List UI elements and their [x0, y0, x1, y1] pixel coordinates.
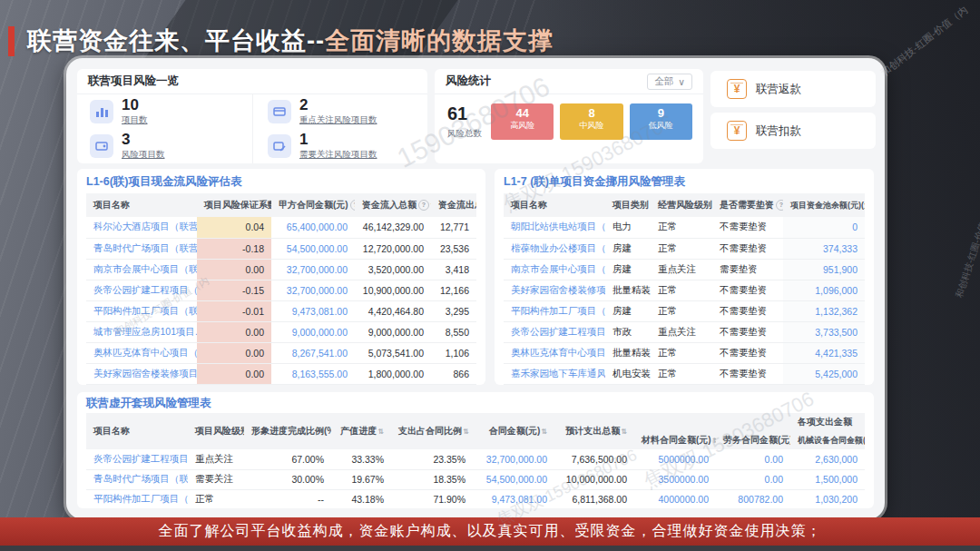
expected-expense-cell: 6,811,368.00 — [554, 489, 634, 508]
col-header-sortable[interactable]: 材料合同金额(元)⇅ — [634, 431, 716, 449]
contract-amount-link[interactable]: 9,000,000.00 — [271, 321, 355, 342]
joint-deduction-button[interactable]: ¥ 联营扣款 — [710, 113, 876, 149]
cash-flow-table-title: L1-6(联)项目现金流风险评估表 — [77, 169, 485, 193]
project-name-link[interactable]: 青岛时代广场项目（联营） — [86, 469, 188, 489]
material-contract-link[interactable]: 5000000.00 — [634, 449, 716, 469]
contract-amount-link[interactable]: 32,700,000.00 — [473, 449, 554, 469]
chevron-down-icon: ∨ — [678, 76, 685, 87]
col-header[interactable]: 是否需要垫资? — [712, 193, 783, 217]
col-header-sortable[interactable]: 支出占合同比例⇅ — [391, 413, 473, 449]
title-accent-bar — [8, 26, 15, 56]
stat-value: 3 — [122, 132, 165, 148]
risk-level-cell: 正常 — [651, 363, 712, 384]
col-header-clipped[interactable]: 资金流出总额 — [431, 193, 476, 217]
project-name-link[interactable]: 奥林匹克体育中心项目（... — [86, 342, 197, 363]
project-name-link[interactable]: 南京市会展中心项目（联... — [504, 259, 605, 280]
table-row: 科尔沁大酒店项目（联营）0.0465,400,000.0046,142,329.… — [86, 217, 476, 238]
risk-filter-select[interactable]: 全部 ∨ — [647, 74, 692, 90]
labor-contract-link[interactable]: 800782.00 — [716, 489, 790, 508]
project-name-link[interactable]: 南京市会展中心项目（联... — [86, 259, 197, 280]
table-row: 平阳构件加工厂项目（联营）正常--43.18%71.90%9,473,081.0… — [86, 489, 865, 508]
contract-amount-link[interactable]: 9,473,081.00 — [271, 300, 355, 321]
contract-amount-link[interactable]: 8,163,555.00 — [271, 363, 355, 384]
pool-balance-link[interactable]: 4,421,335 — [783, 342, 865, 363]
contract-amount-link[interactable]: 32,700,000.00 — [271, 259, 355, 280]
joint-refund-button[interactable]: ¥ 联营返款 — [710, 71, 876, 107]
contract-amount-link[interactable]: 32,700,000.00 — [271, 280, 355, 300]
contract-amount-link[interactable]: 8,267,541.00 — [271, 342, 355, 363]
project-name-link[interactable]: 朝阳北站供电站项目（联... — [504, 217, 605, 238]
col-header[interactable]: 经营风险级别? — [651, 193, 712, 217]
project-name-link[interactable]: 楷葆物业办公楼项目（联... — [504, 238, 605, 259]
material-contract-link[interactable]: 4000000.00 — [634, 489, 716, 508]
table-row: 炎帝公园扩建工程项目（...-0.1532,700,000.0010,900,0… — [86, 280, 476, 300]
mid-risk-box: 8中风险 — [560, 103, 622, 140]
material-contract-link[interactable]: 3500000.00 — [634, 469, 716, 489]
col-header-sortable[interactable]: 甲方合同金额(元)?⇅ — [271, 193, 355, 217]
labor-contract-link[interactable]: 0.00 — [716, 469, 790, 489]
project-name-link[interactable]: 炎帝公园扩建工程项目（联... — [86, 449, 188, 469]
project-name-link[interactable]: 平阳构件加工厂项目（联... — [504, 300, 605, 321]
machinery-contract-link[interactable]: 1,500,000 — [790, 469, 865, 489]
risk-coef-cell: -0.18 — [197, 238, 271, 259]
pool-balance-link[interactable]: 1,096,000 — [783, 280, 865, 300]
group-header: 各项支出金额 — [634, 413, 865, 431]
risk-level-cell: 重点关注 — [651, 321, 712, 342]
pool-balance-link[interactable]: 3,733,500 — [783, 321, 865, 342]
contract-amount-link[interactable]: 54,500,000.00 — [271, 238, 355, 259]
stat-value: 10 — [122, 97, 148, 113]
project-name-link[interactable]: 炎帝公园扩建工程项目（... — [504, 321, 605, 342]
project-name-link[interactable]: 城市管理应急房101项目... — [86, 321, 197, 342]
project-name-link[interactable]: 平阳构件加工厂项目（联... — [86, 300, 197, 321]
pool-balance-link[interactable]: 0 — [783, 217, 865, 238]
risk-total-value: 61 — [447, 103, 482, 124]
bar-chart-icon — [90, 100, 113, 123]
pool-balance-link[interactable]: 5,425,000 — [783, 363, 865, 384]
expense-ratio-cell: 23.35% — [391, 449, 473, 469]
project-name-link[interactable]: 美好家园宿舍楼装修项目... — [86, 363, 197, 384]
slide-title: 联营资金往来、平台收益--全面清晰的数据支撑 — [8, 25, 554, 57]
col-header[interactable]: 项目资金池余额(元)(元)? — [783, 193, 865, 217]
table-row: 朝阳北站供电站项目（联...电力正常不需要垫资0 — [504, 217, 865, 238]
machinery-contract-link[interactable]: 2,630,000 — [790, 449, 865, 469]
card-icon — [268, 100, 291, 123]
contract-amount-link[interactable]: 9,473,081.00 — [473, 489, 554, 508]
project-name-link[interactable]: 嘉禾家园地下车库通风项... — [504, 363, 605, 384]
col-header[interactable]: 项目类别? — [605, 193, 651, 217]
table-row: 嘉禾家园地下车库通风项...机电安装正常不需要垫资5,425,000 — [504, 363, 865, 384]
col-header-sortable[interactable]: 资金流入总额?⇅ — [355, 193, 431, 217]
col-header-sortable[interactable]: 合同金额(元)⇅ — [473, 413, 554, 449]
cash-flow-table: 项目名称 项目风险保证系数?⇅ 甲方合同金额(元)?⇅ 资金流入总额?⇅ 资金流… — [86, 193, 476, 385]
contract-amount-link[interactable]: 54,500,000.00 — [473, 469, 554, 489]
risk-overview-card: 联营项目风险一览 10 项目数 2 重点关注风险项目数 — [77, 69, 427, 163]
progress-cell: -- — [244, 489, 331, 508]
project-name-link[interactable]: 平阳构件加工厂项目（联营） — [86, 489, 188, 508]
col-header-clipped[interactable]: 机械设备合同金额(元) — [790, 431, 865, 449]
table-row: 青岛时代广场项目（联营）-0.1854,500,000.0012,720,000… — [86, 238, 476, 259]
project-name-link[interactable]: 奥林匹克体育中心项目（... — [504, 342, 605, 363]
risk-level-cell: 重点关注 — [651, 259, 712, 280]
project-name-link[interactable]: 美好家园宿舍楼装修项目... — [504, 280, 605, 300]
inflow-cell: 12,720,000.00 — [355, 238, 431, 259]
col-header-sortable[interactable]: 项目风险保证系数?⇅ — [197, 193, 271, 217]
output-progress-cell: 19.67% — [331, 469, 391, 489]
risk-coef-cell: 0.00 — [197, 321, 271, 342]
risk-total-label: 风险总数 — [447, 128, 482, 140]
pool-balance-link[interactable]: 951,900 — [783, 259, 865, 280]
machinery-contract-link[interactable]: 1,030,200 — [790, 489, 865, 508]
project-name-link[interactable]: 炎帝公园扩建工程项目（... — [86, 280, 197, 300]
project-name-link[interactable]: 科尔沁大酒店项目（联营） — [86, 217, 197, 238]
outflow-cell: 23,536 — [431, 238, 476, 259]
pool-balance-link[interactable]: 1,132,362 — [783, 300, 865, 321]
contract-amount-link[interactable]: 65,400,000.00 — [271, 217, 355, 238]
col-header-sortable[interactable]: 预计支出总额⇅ — [554, 413, 634, 449]
col-header-sortable[interactable]: 产值进度⇅ — [331, 413, 391, 449]
expected-expense-cell: 7,636,500.00 — [554, 449, 634, 469]
project-name-link[interactable]: 青岛时代广场项目（联营） — [86, 238, 197, 259]
col-header-sortable[interactable]: 劳务合同金额(元)⇅ — [716, 431, 790, 449]
pool-balance-link[interactable]: 374,333 — [783, 238, 865, 259]
sort-icon: ⇅ — [712, 437, 716, 445]
table-row: 炎帝公园扩建工程项目（...市政重点关注不需要垫资3,733,500 — [504, 321, 865, 342]
labor-contract-link[interactable]: 0.00 — [716, 449, 790, 469]
expected-expense-cell: 10,000,000.00 — [554, 469, 634, 489]
